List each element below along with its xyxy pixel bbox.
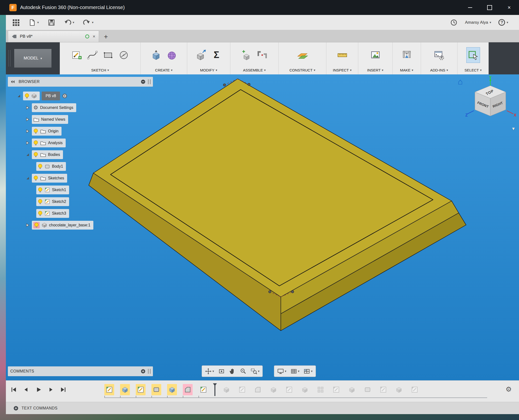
comments-panel-header[interactable]: COMMENTS xyxy=(8,366,153,376)
visibility-bulb-icon[interactable] xyxy=(38,199,43,204)
visibility-bulb-icon[interactable] xyxy=(33,128,38,134)
select-tool-button[interactable] xyxy=(466,47,480,63)
timeline-feature-sketch[interactable] xyxy=(237,384,247,395)
sketch-point[interactable] xyxy=(223,84,226,86)
new-tab-button[interactable]: + xyxy=(104,33,108,41)
timeline-feature-extrude[interactable] xyxy=(222,384,231,395)
tree-row-named-views[interactable]: Named Views xyxy=(25,114,93,125)
press-pull-button[interactable] xyxy=(194,47,208,63)
hide-panel-icon[interactable] xyxy=(141,79,146,84)
model-top-face[interactable] xyxy=(93,79,452,297)
view-cube-graphic[interactable]: Y X Z TOP FRONT RIGHT xyxy=(465,76,517,127)
sketch-point[interactable] xyxy=(291,291,294,293)
timeline-feature-sketch[interactable] xyxy=(331,384,341,395)
timeline-feature-extrude[interactable] xyxy=(300,384,310,395)
maximize-button[interactable] xyxy=(480,0,499,15)
timeline-feature-sketch[interactable] xyxy=(198,384,208,395)
viewports-button[interactable]: ▾ xyxy=(303,368,313,375)
timeline-playhead[interactable] xyxy=(213,383,217,396)
home-view-icon[interactable]: ⌂ xyxy=(458,77,463,86)
joint-button[interactable] xyxy=(255,47,269,63)
change-parameters-button[interactable]: Σ xyxy=(210,47,223,63)
expand-arrow-icon[interactable] xyxy=(25,129,30,133)
insert-canvas-button[interactable] xyxy=(369,47,382,63)
undo-button[interactable]: ▾ xyxy=(64,19,74,26)
user-account-button[interactable]: Amarsy Alya ▾ xyxy=(465,20,491,25)
select-group-label[interactable]: SELECT▾ xyxy=(457,66,489,74)
tree-row-document-settings[interactable]: ⚙ Document Settings xyxy=(25,102,93,113)
expand-arrow-icon[interactable] xyxy=(25,141,30,145)
inspect-group-label[interactable]: INSPECT▾ xyxy=(326,66,358,74)
tree-row-chocolate-layer-base[interactable]: chocolate_layer_base:1 xyxy=(25,220,93,231)
app-grid-button[interactable] xyxy=(12,19,20,26)
sketch-point[interactable] xyxy=(269,291,271,293)
zoom-button[interactable] xyxy=(240,368,247,375)
document-tab[interactable]: PB v8* × xyxy=(8,31,99,42)
timeline-feature-extrude[interactable] xyxy=(269,384,278,395)
view-cube-menu-icon[interactable]: ▼ xyxy=(511,126,516,131)
activate-component-radio[interactable] xyxy=(62,93,67,99)
view-cube[interactable]: ⌂ Y X Z TOP FRONT RIGHT ▼ xyxy=(457,75,518,133)
text-commands-expand-icon[interactable] xyxy=(13,406,19,411)
tree-row-origin[interactable]: Origin xyxy=(25,126,93,137)
form-button[interactable] xyxy=(165,47,179,63)
timeline-feature-extrude[interactable] xyxy=(394,384,404,395)
expand-arrow-icon[interactable] xyxy=(25,117,30,122)
go-to-end-button[interactable] xyxy=(58,385,68,394)
timeline-feature-chamfer[interactable] xyxy=(253,384,263,395)
display-settings-button[interactable]: ▾ xyxy=(277,368,286,375)
timeline-feature-box[interactable] xyxy=(151,384,161,395)
addins-group-label[interactable]: ADD-INS▾ xyxy=(421,66,457,74)
redo-button[interactable]: ▾ xyxy=(83,19,94,26)
visibility-bulb-icon[interactable] xyxy=(38,211,43,216)
create-sketch-button[interactable] xyxy=(70,47,84,63)
timeline-feature-pattern[interactable] xyxy=(316,384,325,395)
visibility-bulb-icon[interactable] xyxy=(33,140,38,146)
tree-row-analysis[interactable]: Analysis xyxy=(25,138,93,148)
construct-plane-button[interactable] xyxy=(296,47,309,63)
expand-arrow-icon[interactable] xyxy=(25,223,30,227)
timeline-feature-sketch[interactable] xyxy=(410,384,420,395)
tree-row-bodies[interactable]: Bodies xyxy=(25,149,93,160)
timeline-feature-extrude[interactable] xyxy=(167,384,177,395)
scripts-addins-button[interactable] xyxy=(432,47,446,63)
visibility-bulb-icon[interactable] xyxy=(34,222,39,228)
visibility-bulb-icon[interactable] xyxy=(33,152,38,157)
circle-tool-button[interactable] xyxy=(117,47,131,63)
tree-label-root[interactable]: PB v8 xyxy=(42,92,60,100)
timeline-settings-gear-icon[interactable]: ⚙ xyxy=(506,386,512,393)
spline-tool-button[interactable] xyxy=(86,47,99,63)
make-group-label[interactable]: MAKE▾ xyxy=(393,66,421,74)
visibility-bulb-icon[interactable] xyxy=(38,164,43,169)
visibility-bulb-icon[interactable] xyxy=(25,93,29,99)
expand-arrow-icon[interactable] xyxy=(25,152,30,157)
step-back-button[interactable] xyxy=(22,385,31,394)
timeline-feature-sketch[interactable] xyxy=(378,384,388,395)
expand-arrow-icon[interactable] xyxy=(17,94,21,98)
step-forward-button[interactable] xyxy=(46,385,55,394)
make-3d-print-button[interactable] xyxy=(400,47,414,63)
modify-group-label[interactable]: MODIFY▾ xyxy=(187,66,230,74)
expand-arrow-icon[interactable] xyxy=(25,105,30,110)
timeline-feature-box[interactable] xyxy=(363,384,372,395)
look-at-button[interactable] xyxy=(218,368,225,375)
close-button[interactable]: × xyxy=(499,0,519,15)
minimize-button[interactable] xyxy=(460,0,480,15)
panel-grip-handle[interactable] xyxy=(148,369,150,374)
rectangle-tool-button[interactable] xyxy=(101,47,115,63)
tab-close-icon[interactable]: × xyxy=(93,34,95,39)
pan-button[interactable] xyxy=(229,368,236,375)
text-commands-label[interactable]: TEXT COMMANDS xyxy=(22,406,58,410)
visibility-bulb-icon[interactable] xyxy=(33,175,38,181)
tree-row-sketch1[interactable]: Sketch1 xyxy=(36,185,93,195)
timeline-feature-sketch[interactable] xyxy=(284,384,294,395)
tree-row-root-component[interactable]: PB v8 xyxy=(17,91,93,101)
sketch-point[interactable] xyxy=(248,83,250,86)
sketch-group-label[interactable]: SKETCH▾ xyxy=(60,66,140,74)
job-status-clock-icon[interactable] xyxy=(450,19,457,26)
extrude-button[interactable] xyxy=(149,47,163,63)
ribbon-grip-handle[interactable] xyxy=(8,50,11,66)
hide-panel-icon[interactable] xyxy=(141,369,146,374)
workspace-selector[interactable]: MODEL ▾ xyxy=(14,49,51,68)
timeline-feature-extrude[interactable] xyxy=(120,384,130,395)
